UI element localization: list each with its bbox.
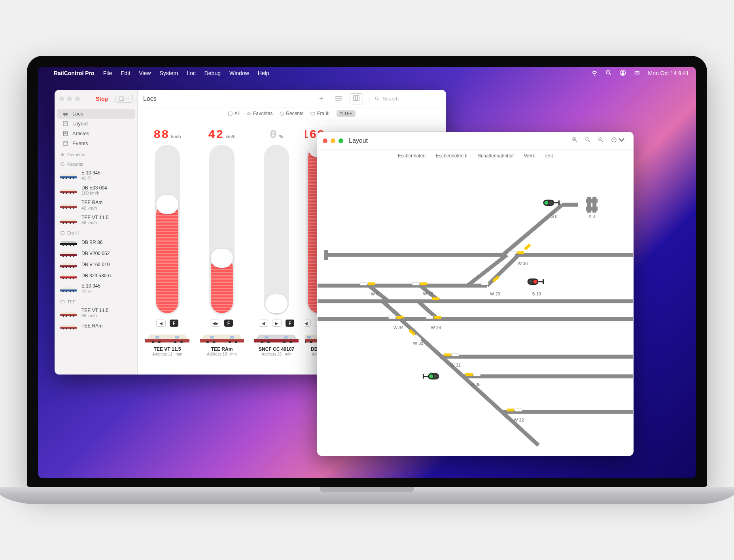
wifi-icon[interactable] (591, 69, 598, 78)
sidebar-loco-item[interactable]: TEE VT 11.588 km/h (55, 213, 137, 228)
function-button[interactable]: F (170, 320, 178, 327)
sidebar-loco-item[interactable]: DB E03 004160 km/h (55, 183, 137, 198)
sidebar-loco-item[interactable]: E 10 34541 % (55, 281, 137, 296)
filter-all[interactable]: All (228, 111, 240, 116)
speed-slider[interactable] (155, 145, 180, 315)
svg-text:W 30: W 30 (413, 341, 424, 346)
svg-rect-8 (63, 113, 68, 115)
direction-reverse-button[interactable]: ◀ (259, 320, 268, 327)
sidebar-item-events[interactable]: Events (57, 138, 135, 148)
filter-tee-pill[interactable]: ☐ TEE (337, 110, 356, 117)
layout-window: Layout Eschenhofen Eschenhofen II Schatt… (317, 132, 634, 456)
function-button[interactable]: F (286, 320, 294, 327)
svg-line-83 (378, 99, 379, 100)
svg-rect-198 (515, 409, 522, 411)
direction-reverse-button[interactable]: ◀ (305, 320, 311, 327)
tab-werk[interactable]: Werk (524, 153, 535, 159)
stop-button[interactable]: Stop (96, 96, 108, 102)
speed-slider[interactable] (209, 145, 235, 315)
display-mode-button[interactable] (115, 95, 132, 103)
list-view-button[interactable] (332, 94, 345, 104)
sidebar-item-articles[interactable]: Articles (57, 129, 135, 138)
maximize-button[interactable] (75, 96, 80, 101)
spotlight-icon[interactable] (605, 69, 612, 78)
filter-era[interactable]: Era III (310, 111, 329, 116)
svg-text:X 3: X 3 (588, 214, 595, 219)
grid-view-button[interactable] (350, 93, 363, 104)
svg-rect-143 (517, 251, 524, 254)
search-input[interactable]: Search (369, 96, 441, 102)
layout-title: Layout (349, 137, 368, 144)
svg-point-20 (62, 178, 64, 179)
slider-thumb[interactable] (211, 249, 233, 268)
sidebar-item-locs[interactable]: Locs (57, 109, 135, 119)
menu-system[interactable]: System (159, 70, 178, 76)
svg-point-51 (62, 267, 64, 268)
svg-rect-144 (509, 251, 516, 254)
svg-point-68 (66, 315, 67, 317)
minimize-button[interactable] (331, 138, 335, 143)
sidebar-loco-item[interactable]: TEE VT 11.588 km/h (55, 306, 137, 321)
throttle-loco-name: SNCF CC 40107 (259, 346, 294, 352)
menu-window[interactable]: Window (229, 70, 249, 76)
sidebar-loco-item[interactable]: DB 323 530-6 (55, 270, 137, 281)
slider-thumb[interactable] (265, 294, 288, 313)
sidebar-item-label: Locs (72, 111, 83, 117)
zoom-out-button[interactable] (594, 135, 607, 146)
svg-rect-86 (311, 112, 314, 115)
zoom-in-button[interactable] (568, 135, 581, 146)
sidebar-loco-item[interactable]: DB V160 010 (55, 259, 137, 270)
add-button[interactable]: ＋ (315, 93, 327, 104)
menu-debug[interactable]: Debug (204, 70, 221, 76)
tab-eschenhofen-2[interactable]: Eschenhofen II (436, 153, 467, 159)
loco-status: 42 km/h (81, 206, 102, 211)
tab-schattenbahnhof[interactable]: Schattenbahnhof (478, 153, 514, 159)
menu-loc[interactable]: Loc (187, 70, 196, 76)
menu-edit[interactable]: Edit (121, 70, 130, 76)
maximize-button[interactable] (339, 138, 343, 143)
layout-options-button[interactable] (607, 135, 628, 146)
svg-point-102 (261, 341, 263, 343)
sidebar-loco-item[interactable]: DB BR 86 (55, 237, 137, 248)
tab-eschenhofen[interactable]: Eschenhofen (398, 153, 426, 159)
direction-forward-button[interactable]: ▶ (272, 320, 282, 327)
control-center-icon[interactable] (634, 69, 641, 78)
svg-point-82 (375, 97, 378, 100)
sidebar-loco-item[interactable]: E 10 34541 % (55, 168, 137, 183)
speed-slider[interactable] (264, 145, 289, 315)
svg-rect-78 (335, 100, 342, 100)
close-button[interactable] (59, 96, 64, 101)
svg-line-120 (589, 141, 590, 142)
filter-recents[interactable]: Recents (280, 111, 303, 116)
slider-thumb[interactable] (156, 195, 178, 214)
user-icon[interactable] (619, 69, 626, 78)
sidebar-item-layout[interactable]: Layout (57, 119, 135, 129)
track-diagram[interactable]: S 8 X 3 W 36 (317, 163, 634, 451)
sidebar-loco-item[interactable]: TEE RAm (55, 320, 137, 331)
sidebar-loco-item[interactable]: TEE RAm42 km/h (55, 198, 137, 213)
app-name[interactable]: RailControl Pro (54, 70, 95, 76)
window-traffic-lights[interactable] (59, 96, 80, 101)
window-traffic-lights[interactable] (323, 138, 343, 143)
zoom-reset-button[interactable] (581, 135, 594, 146)
svg-point-74 (70, 328, 71, 329)
menu-help[interactable]: Help (258, 70, 269, 76)
filter-favorites[interactable]: Favorites (247, 111, 272, 116)
menu-view[interactable]: View (139, 70, 151, 76)
menubar-clock[interactable]: Mon Oct 14 9:41 (648, 70, 689, 76)
svg-point-104 (283, 341, 286, 343)
svg-rect-165 (420, 282, 427, 285)
menu-file[interactable]: File (103, 70, 112, 76)
minimize-button[interactable] (67, 96, 72, 101)
direction-reverse-button[interactable]: ◀▶ (211, 320, 220, 327)
sidebar-item-label: Articles (72, 131, 89, 136)
sidebar-loco-item[interactable]: DB V200 052 (55, 248, 137, 259)
tab-test[interactable]: test (545, 153, 553, 159)
close-button[interactable] (323, 138, 327, 143)
sidebar-item-label: Events (72, 140, 88, 146)
direction-reverse-button[interactable]: ◀ (156, 320, 166, 327)
speed-value: 42 (208, 128, 224, 142)
function-button[interactable]: F (224, 320, 233, 327)
svg-point-154 (533, 280, 537, 284)
svg-point-36 (66, 222, 67, 224)
